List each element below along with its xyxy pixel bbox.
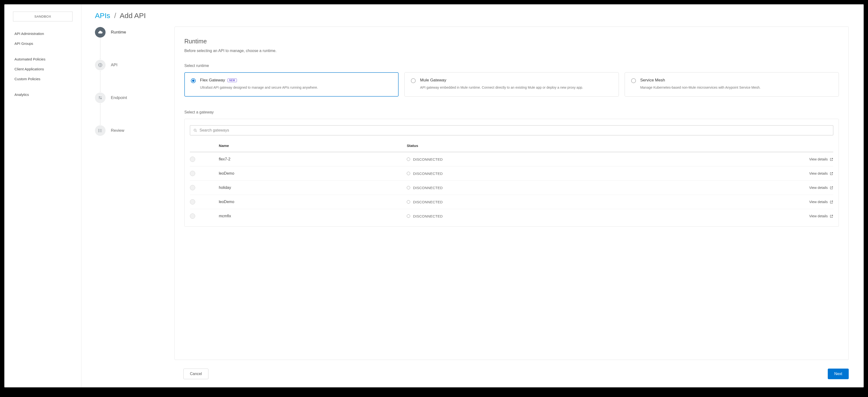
gateway-name: leoDemo xyxy=(219,200,407,204)
radio-icon xyxy=(631,78,636,83)
search-icon xyxy=(193,129,197,132)
table-row[interactable]: flex7-2 DISCONNECTED View details xyxy=(190,152,833,166)
view-details-link[interactable]: View details xyxy=(809,171,833,175)
gateway-status: DISCONNECTED xyxy=(413,214,443,218)
api-icon xyxy=(95,60,105,70)
status-dot-icon xyxy=(407,200,410,204)
row-radio[interactable] xyxy=(190,157,195,162)
external-link-icon xyxy=(830,186,833,190)
gateway-name: flex7-2 xyxy=(219,157,407,161)
gateway-status: DISCONNECTED xyxy=(413,200,443,204)
sidebar-item-api-groups[interactable]: API Groups xyxy=(4,38,81,48)
svg-point-4 xyxy=(98,130,99,131)
runtime-card-mule-gateway[interactable]: Mule Gateway API gateway embedded in Mul… xyxy=(404,72,619,97)
breadcrumb-separator: / xyxy=(114,11,116,20)
gateway-name: leoDemo xyxy=(219,171,407,176)
step-label: API xyxy=(111,63,117,67)
status-dot-icon xyxy=(407,214,410,218)
table-header: Name Status xyxy=(190,143,833,152)
card-title: Mule Gateway xyxy=(420,78,446,82)
step-runtime[interactable]: Runtime xyxy=(95,27,165,38)
sidebar-item-analytics[interactable]: Analytics xyxy=(4,90,81,99)
col-header-name: Name xyxy=(219,143,407,148)
card-description: Manage Kubernetes-based non-Mule microse… xyxy=(640,85,832,90)
environment-badge[interactable]: SANDBOX xyxy=(13,11,72,22)
endpoint-icon xyxy=(95,93,105,103)
select-runtime-label: Select runtime xyxy=(184,64,839,68)
select-gateway-label: Select a gateway xyxy=(184,110,839,114)
panel-title: Runtime xyxy=(184,38,839,45)
breadcrumb-root[interactable]: APIs xyxy=(95,11,110,20)
gateway-status: DISCONNECTED xyxy=(413,157,443,161)
next-button[interactable]: Next xyxy=(828,369,849,379)
step-endpoint[interactable]: Endpoint xyxy=(95,92,165,104)
table-row[interactable]: mcmfix DISCONNECTED View details xyxy=(190,209,833,223)
search-input[interactable] xyxy=(199,128,830,132)
status-dot-icon xyxy=(407,172,410,175)
new-badge: NEW xyxy=(227,78,237,82)
table-row[interactable]: holiday DISCONNECTED View details xyxy=(190,181,833,195)
external-link-icon xyxy=(830,200,833,204)
gateway-list-box: Name Status flex7-2 DISCONNECTED View de… xyxy=(184,119,839,227)
card-title: Flex Gateway xyxy=(200,78,225,82)
radio-icon xyxy=(191,78,196,83)
row-radio[interactable] xyxy=(190,213,195,219)
svg-point-1 xyxy=(99,97,100,97)
cancel-button[interactable]: Cancel xyxy=(183,369,209,379)
card-description: API gateway embedded in Mule runtime. Co… xyxy=(420,85,612,90)
gateway-name: mcmfix xyxy=(219,214,407,218)
view-details-link[interactable]: View details xyxy=(809,200,833,204)
gateway-status: DISCONNECTED xyxy=(413,171,443,176)
view-details-link[interactable]: View details xyxy=(809,157,833,161)
main-content: APIs / Add API Runtime API xyxy=(82,4,864,387)
external-link-icon xyxy=(830,172,833,175)
panel-subtitle: Before selecting an API to manage, choos… xyxy=(184,49,839,53)
col-header-status: Status xyxy=(407,143,785,148)
breadcrumb-current: Add API xyxy=(120,11,146,20)
table-row[interactable]: leoDemo DISCONNECTED View details xyxy=(190,166,833,181)
list-icon xyxy=(95,125,105,136)
svg-point-3 xyxy=(98,129,99,130)
step-api[interactable]: API xyxy=(95,59,165,71)
card-title: Service Mesh xyxy=(640,78,665,82)
step-label: Runtime xyxy=(111,30,126,35)
wizard-footer: Cancel Next xyxy=(183,369,849,379)
status-dot-icon xyxy=(407,186,410,189)
sidebar: SANDBOX API Administration API Groups Au… xyxy=(4,4,82,387)
sidebar-item-custom-policies[interactable]: Custom Policies xyxy=(4,74,81,84)
step-review[interactable]: Review xyxy=(95,125,165,136)
cloud-icon xyxy=(95,27,105,38)
gateway-name: holiday xyxy=(219,186,407,190)
radio-icon xyxy=(411,78,416,83)
view-details-link[interactable]: View details xyxy=(809,186,833,190)
svg-point-5 xyxy=(98,132,99,132)
row-radio[interactable] xyxy=(190,185,195,190)
search-field[interactable] xyxy=(190,125,833,135)
external-link-icon xyxy=(830,158,833,161)
gateway-status: DISCONNECTED xyxy=(413,186,443,190)
external-link-icon xyxy=(830,214,833,218)
step-label: Review xyxy=(111,128,124,133)
status-dot-icon xyxy=(407,158,410,161)
row-radio[interactable] xyxy=(190,199,195,204)
view-details-link[interactable]: View details xyxy=(809,214,833,218)
sidebar-item-automated-policies[interactable]: Automated Policies xyxy=(4,54,81,64)
sidebar-item-api-administration[interactable]: API Administration xyxy=(4,29,81,38)
table-row[interactable]: leoDemo DISCONNECTED View details xyxy=(190,195,833,209)
step-label: Endpoint xyxy=(111,95,127,100)
svg-point-2 xyxy=(101,98,101,99)
runtime-panel: Runtime Before selecting an API to manag… xyxy=(175,27,849,360)
svg-point-6 xyxy=(194,129,196,131)
runtime-card-flex-gateway[interactable]: Flex Gateway NEW Ultrafast API gateway d… xyxy=(184,72,399,97)
runtime-card-service-mesh[interactable]: Service Mesh Manage Kubernetes-based non… xyxy=(625,72,839,97)
wizard-stepper: Runtime API Endpoint xyxy=(95,27,175,379)
sidebar-item-client-applications[interactable]: Client Applications xyxy=(4,64,81,74)
card-description: Ultrafast API gateway designed to manage… xyxy=(200,85,392,90)
breadcrumb: APIs / Add API xyxy=(95,11,849,20)
row-radio[interactable] xyxy=(190,171,195,176)
